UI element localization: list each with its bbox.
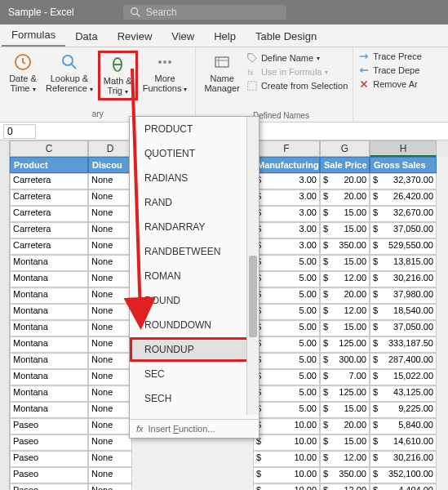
cell[interactable]: 30,216.00 xyxy=(370,271,437,287)
cell[interactable]: 125.00 xyxy=(320,336,370,353)
cell[interactable]: None xyxy=(88,385,132,402)
cell[interactable]: None xyxy=(88,369,132,385)
menu-item-radians[interactable]: RADIANS xyxy=(130,166,259,190)
cell[interactable]: 5.00 xyxy=(253,385,320,402)
cell[interactable]: Carretera xyxy=(10,206,88,222)
cell[interactable]: 3.00 xyxy=(253,189,320,206)
cell[interactable]: 12.00 xyxy=(320,483,370,490)
cell[interactable]: Montana xyxy=(10,385,88,402)
use-in-formula-button[interactable]: fx Use in Formula ▾ xyxy=(246,66,348,78)
cell[interactable]: None xyxy=(88,418,132,434)
math-trig-button[interactable]: Math & Trig ▾ xyxy=(98,51,138,100)
cell[interactable]: 12.00 xyxy=(320,271,370,287)
cell[interactable]: 18,540.00 xyxy=(370,304,437,320)
cell[interactable]: None xyxy=(88,287,132,304)
cell[interactable]: Montana xyxy=(10,255,88,271)
cell[interactable]: None xyxy=(88,320,132,336)
menu-item-quotient[interactable]: QUOTIENT xyxy=(130,141,259,166)
cell[interactable]: 10.00 xyxy=(253,467,320,483)
cell[interactable]: 12.00 xyxy=(320,451,370,467)
cell[interactable]: 3.00 xyxy=(253,173,320,189)
cell[interactable]: 20.00 xyxy=(320,287,370,304)
cell[interactable]: 26,420.00 xyxy=(370,189,437,206)
cell[interactable]: None xyxy=(88,206,132,222)
cell[interactable]: 20.00 xyxy=(320,173,370,189)
cell[interactable]: Montana xyxy=(10,287,88,304)
cell[interactable]: 32,670.00 xyxy=(370,206,437,222)
cell[interactable]: None xyxy=(88,402,132,418)
cell[interactable]: 5.00 xyxy=(253,402,320,418)
cell[interactable]: Carretera xyxy=(10,222,88,238)
search-box[interactable]: Search xyxy=(123,5,286,20)
cell[interactable]: None xyxy=(88,467,132,483)
cell[interactable]: Montana xyxy=(10,271,88,287)
cell[interactable]: None xyxy=(88,238,132,255)
menu-item-roman[interactable]: ROMAN xyxy=(130,264,259,288)
cell[interactable]: 15.00 xyxy=(320,222,370,238)
cell[interactable]: 15.00 xyxy=(320,206,370,222)
cell[interactable]: 5.00 xyxy=(253,287,320,304)
menu-item-product[interactable]: PRODUCT xyxy=(130,117,259,141)
cell[interactable]: 5.00 xyxy=(253,320,320,336)
cell[interactable]: None xyxy=(88,483,132,490)
menu-item-round[interactable]: ROUND xyxy=(130,288,259,313)
tab-review[interactable]: Review xyxy=(108,26,162,47)
cell[interactable]: 4,404.00 xyxy=(370,483,437,490)
col-header-f[interactable]: F xyxy=(253,140,320,157)
cell[interactable]: Paseo xyxy=(10,434,88,451)
cell[interactable]: 3.00 xyxy=(253,222,320,238)
cell[interactable]: 350.00 xyxy=(320,467,370,483)
cell[interactable]: 15.00 xyxy=(320,320,370,336)
cell[interactable]: 30,216.00 xyxy=(370,451,437,467)
cell[interactable]: None xyxy=(88,189,132,206)
cell[interactable]: 10.00 xyxy=(253,483,320,490)
cell[interactable]: Paseo xyxy=(10,418,88,434)
header-discount[interactable]: Discou xyxy=(88,157,132,173)
header-gross[interactable]: Gross Sales xyxy=(370,157,437,173)
tab-formulas[interactable]: Formulas xyxy=(2,24,65,47)
name-manager-button[interactable]: Name Manager xyxy=(201,51,242,95)
date-time-button[interactable]: Date & Time ▾ xyxy=(5,51,41,100)
cell[interactable]: 37,050.00 xyxy=(370,222,437,238)
cell[interactable]: Paseo xyxy=(10,483,88,490)
cell[interactable]: 37,980.00 xyxy=(370,287,437,304)
cell[interactable]: Paseo xyxy=(10,451,88,467)
cell[interactable]: 5.00 xyxy=(253,271,320,287)
trace-dependents-button[interactable]: Trace Depe xyxy=(358,65,422,76)
cell[interactable]: None xyxy=(88,353,132,369)
cell[interactable]: 15,022.00 xyxy=(370,369,437,385)
tab-data[interactable]: Data xyxy=(65,26,107,47)
cell[interactable]: 20.00 xyxy=(320,189,370,206)
cell[interactable]: Montana xyxy=(10,402,88,418)
cell[interactable]: 529,550.00 xyxy=(370,238,437,255)
cell[interactable]: 287,400.00 xyxy=(370,353,437,369)
cell[interactable]: None xyxy=(88,255,132,271)
col-header-c[interactable]: C xyxy=(10,140,88,157)
cell[interactable]: 7.00 xyxy=(320,369,370,385)
cell[interactable]: Montana xyxy=(10,320,88,336)
cell[interactable]: 5,840.00 xyxy=(370,418,437,434)
cell[interactable]: 3.00 xyxy=(253,238,320,255)
lookup-reference-button[interactable]: Lookup & Reference ▾ xyxy=(42,51,96,100)
menu-item-roundup[interactable]: ROUNDUP xyxy=(130,337,259,362)
col-header-h[interactable]: H xyxy=(370,140,437,157)
cell[interactable]: 352,100.00 xyxy=(370,467,437,483)
cell[interactable]: 5.00 xyxy=(253,255,320,271)
cell[interactable]: 5.00 xyxy=(253,336,320,353)
remove-arrows-button[interactable]: Remove Ar xyxy=(358,78,422,90)
cell[interactable]: Carretera xyxy=(10,189,88,206)
cell[interactable]: 10.00 xyxy=(253,434,320,451)
cell[interactable]: Montana xyxy=(10,353,88,369)
trace-precedents-button[interactable]: Trace Prece xyxy=(358,51,422,62)
more-functions-button[interactable]: More Functions ▾ xyxy=(140,51,191,100)
menu-item-sequence[interactable]: SEQUENCE xyxy=(130,411,259,419)
cell[interactable]: Montana xyxy=(10,336,88,353)
cell[interactable]: Montana xyxy=(10,304,88,320)
cell[interactable]: None xyxy=(88,173,132,189)
cell[interactable]: 15.00 xyxy=(320,402,370,418)
menu-item-sec[interactable]: SEC xyxy=(130,362,259,386)
cell[interactable]: 9,225.00 xyxy=(370,402,437,418)
cell[interactable]: 333,187.50 xyxy=(370,336,437,353)
cell[interactable]: 43,125.00 xyxy=(370,385,437,402)
cell[interactable]: 15.00 xyxy=(320,434,370,451)
